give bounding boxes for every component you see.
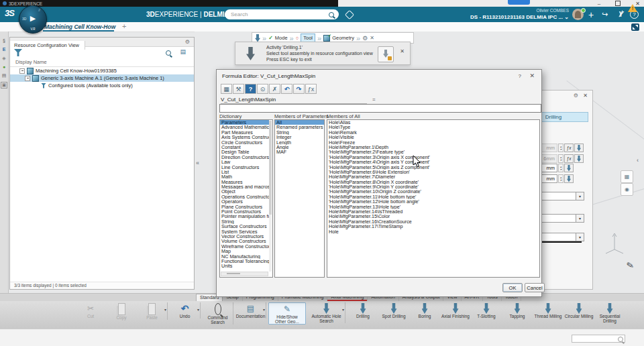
undo-button[interactable]: ↶ Undo ▾ [170,302,201,319]
spinner[interactable]: ▴▾ [558,164,564,172]
panel-close-icon[interactable]: ✕ [583,93,588,99]
spinner[interactable]: ▴▾ [558,174,564,183]
cut-button[interactable]: ✂ Cut ▾ [75,302,106,319]
list-item[interactable]: Object [220,189,269,194]
list-item[interactable]: Hole\MfgParameter.16\CreationSource [327,219,539,224]
tapping-button[interactable]: Tapping ▾ [502,302,533,319]
filter-icon[interactable] [14,49,22,56]
list-item[interactable]: System Services [220,229,269,234]
circular-milling-button[interactable]: Circular Milling ▾ [564,302,594,319]
list-item[interactable]: 'Hole\MfgParameter.5\Origin axis Z compo… [327,165,539,170]
paste-button[interactable]: Paste ▾ [137,302,168,320]
list-item[interactable]: Units [220,264,269,268]
panel-gear-icon[interactable]: ⚙ [185,39,190,45]
list-item[interactable]: Functional Tolerancing & [220,259,269,264]
list-item[interactable]: String [275,130,324,135]
list-item[interactable]: Volume Constructors [220,239,269,243]
list-item[interactable]: 'Hole\MfgParameter.8\Origin X coordinate… [327,180,539,184]
list-item[interactable]: Surface Constructors [220,224,269,229]
strip-icon-2[interactable]: E [3,47,6,52]
formula-redo-icon[interactable]: ↷ [293,84,305,94]
search-icon[interactable] [329,12,334,17]
new-tab-button[interactable]: + [122,22,126,30]
list-item[interactable]: Plane Constructors [220,205,269,209]
list-item[interactable]: Measures [220,180,269,184]
cancel-button[interactable]: Cancel [525,283,545,292]
automatic-hole-search-button[interactable]: Automatic Hole Search ▾ [308,302,345,323]
list-item[interactable]: Circle Constructors [220,140,269,145]
list-item[interactable]: Constant [220,145,269,150]
status-search-input[interactable] [572,335,625,343]
list-item[interactable]: Hole\MfgParameter.15\Color [327,214,539,219]
list-item[interactable]: 'Hole\MfgParameter.6\Hole Extension' [327,170,539,174]
parameter-name-label[interactable]: V_Cut_LengthMaxSpin [221,97,367,104]
list-item[interactable]: Messages and macros [220,184,269,189]
list-item[interactable]: Hole\Type [327,125,539,129]
formula-undo-icon[interactable]: ↶ [281,84,292,94]
list-item[interactable]: Parameters [220,120,269,125]
list-item[interactable]: 'Hole\MfgParameter.10\Origin Z coordinat… [327,189,539,194]
minimize-button[interactable]: – [598,1,600,7]
workflow-step-geometry[interactable]: Geometry [332,35,354,41]
strip-icon-1[interactable]: § [3,38,5,44]
dropdown-arrow-icon[interactable]: ▾ [197,307,199,312]
dropdown-arrow-icon[interactable]: ▾ [164,307,166,312]
ok-button[interactable]: OK [502,283,523,292]
list-item[interactable]: NC Manufacturing [220,254,269,259]
formula-erase-icon[interactable]: ✗ [269,84,280,94]
dialog-help-icon[interactable]: ? [519,73,521,79]
window-close-button[interactable]: ✕ [635,1,640,7]
dropdown-arrow-icon[interactable]: ▾ [342,307,344,312]
list-item[interactable]: Axis Systems Constructor [220,135,269,139]
panel-gear-icon[interactable]: ⚙ [574,93,578,99]
list-item[interactable]: Hole\MfgParameter.7\Diameter [327,174,539,179]
search-options-icon[interactable]: ▤ [180,48,186,55]
tool-picker-button[interactable] [564,174,574,183]
list-item[interactable]: Length [275,140,324,145]
tool-picker-button[interactable] [564,164,574,172]
collapse-left-icon[interactable]: « [196,160,199,166]
formula-help-icon[interactable]: ? [245,84,256,94]
spinner[interactable]: ▴▾ [558,143,564,152]
horizontal-scrollbar[interactable] [221,272,268,276]
list-item[interactable]: 'Hole\MfgParameter.2\Feature type' [327,150,539,154]
list-item[interactable]: 'Hole\MfgParameter.11\Hole bottom type' [327,194,539,199]
strip-icon-4[interactable]: ● [3,64,5,70]
dropdown-arrow-icon[interactable]: ▾ [263,307,265,312]
list-item[interactable]: Point Constructors [220,209,269,214]
list-item[interactable]: Direction Constructors [220,155,269,160]
list-item[interactable]: Advanced Mathematics F [220,125,269,129]
list-item[interactable]: String [220,219,269,224]
list-item[interactable]: Renamed parameters [275,125,324,129]
fullscreen-toggle-icon[interactable] [631,23,639,31]
axial-finishing-button[interactable]: Axial Finishing ▾ [440,302,471,319]
list-item[interactable]: Hole\Freeze [327,140,539,145]
formula-tools-icon[interactable]: ⚒ [233,84,244,94]
list-item[interactable]: Map [220,249,269,253]
column-header[interactable]: Display Name [10,58,194,67]
workflow-gear-icon[interactable]: ⚙ [362,35,368,42]
tree-row-machining-cell[interactable]: Machining Cell Know-How01993385 [10,67,194,74]
apps-icon[interactable]: Y [619,10,623,18]
formula-input[interactable] [219,104,541,113]
list-item[interactable]: List [220,170,269,174]
thread-milling-button[interactable]: Thread Milling ▾ [533,302,564,319]
maximize-button[interactable] [615,1,621,6]
list-item[interactable]: Integer [275,135,324,139]
dropdown-arrow-icon[interactable]: ▾ [576,215,584,222]
hide-show-other-geometry-button[interactable]: ✎ Hide/Show Other Geo... ▾ [268,302,306,325]
list-item[interactable]: Operations Constructors [220,194,269,199]
formula-fx-button[interactable]: ƒx [564,154,574,163]
list-item[interactable]: Operators [220,199,269,204]
list-item[interactable]: Hole\Remark [327,130,539,135]
collapse-right-icon[interactable]: ‹ [637,157,639,164]
list-item[interactable]: Design Table [220,150,269,154]
formula-import-icon[interactable]: ▦ [221,84,232,94]
list-item[interactable]: Math [220,174,269,179]
tree-row-configured-tools[interactable]: Configured tools (Available tools only) [10,82,194,89]
list-item[interactable]: Pointer manipulation fun [220,214,269,219]
list-item[interactable]: 'Hole\MfgParameter.12\Hole bottom angle' [327,199,539,204]
tool-picker-button[interactable] [574,143,584,152]
tree-row-generic-machine[interactable]: Generic 3-axis Machine A.1 (Generic 3-ax… [10,74,194,82]
list-item[interactable]: 'Hole\MfgParameter.13\Hole type' [327,205,539,209]
